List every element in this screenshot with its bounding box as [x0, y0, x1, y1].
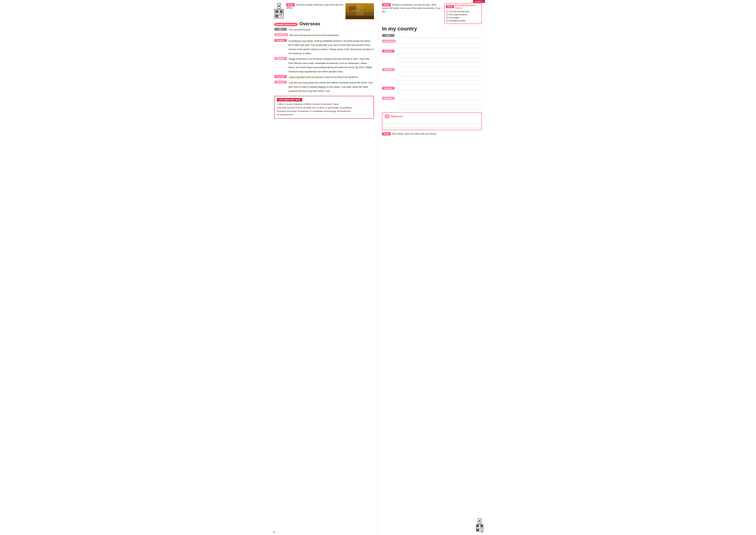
- intro-row: Introduction We must end poverty in all …: [274, 33, 374, 37]
- vocab-title: VOCABULARY BOX: [277, 98, 302, 101]
- solution-text-3: one million people's lives.: [317, 70, 343, 73]
- checkbox[interactable]: [446, 17, 448, 19]
- problem-underline-1: According to one expert: [289, 40, 313, 42]
- intro-line-1[interactable]: [397, 40, 482, 43]
- svg-rect-30: [480, 528, 480, 528]
- svg-rect-32: [481, 528, 482, 528]
- solution-line-4[interactable]: [396, 81, 482, 85]
- svg-rect-14: [345, 12, 374, 19]
- checkbox[interactable]: [446, 11, 448, 13]
- reaction-line-1[interactable]: [396, 87, 482, 91]
- ref-title: Reference: [391, 115, 403, 118]
- top-section: 📱: [274, 3, 374, 19]
- intro-label: Introduction: [274, 33, 288, 36]
- svg-point-17: [348, 6, 354, 11]
- right-intro-label: Introduction: [382, 40, 395, 42]
- right-page: POVERTY Step4 Research something to do w…: [378, 0, 485, 535]
- right-reaction-row: Reaction: [382, 87, 482, 95]
- vocab-items: 1 billion 2 causes 3 deserves 4 effects …: [277, 102, 372, 116]
- step3-area: Step3 Read the sample sentences to get s…: [286, 3, 344, 9]
- hints-item-label: Fair-trade products: [449, 14, 467, 16]
- reaction-row: Reaction I was surprised to find out tha…: [274, 75, 374, 79]
- right-top: Step4 Research something to do with the …: [382, 3, 482, 24]
- svg-rect-12: [282, 16, 282, 16]
- actions-content: I can find out more about the causes and…: [289, 81, 374, 93]
- right-title-label: Title: [382, 34, 394, 37]
- step5-badge: Step5: [382, 132, 391, 135]
- actions-underline: I can find out more about: [289, 81, 314, 84]
- svg-rect-9: [279, 15, 280, 15]
- checkbox[interactable]: [446, 14, 448, 16]
- title-content: The rich and the poor: [289, 28, 374, 32]
- hero-image: [345, 3, 374, 19]
- reaction-underline: I was surprised to find out that: [289, 76, 319, 78]
- sample-heading: Sample Sentences Overseas: [274, 21, 374, 27]
- right-title-lines: [396, 34, 482, 38]
- right-title-row: Title: [382, 34, 482, 38]
- problem-line-2[interactable]: [396, 54, 482, 58]
- actions-line-2[interactable]: [396, 101, 482, 105]
- step4-block: Step4 Research something to do with the …: [382, 3, 441, 14]
- actions-line-3[interactable]: [396, 105, 482, 109]
- step4-badge: Step4: [382, 3, 391, 6]
- actions-row: Actions I can find out more about the ca…: [274, 81, 374, 93]
- reaction-label: Reaction: [274, 75, 287, 78]
- right-intro-lines: [397, 40, 482, 48]
- svg-rect-13: [345, 3, 374, 19]
- reaction-text-2: we could end poverty if we wanted to.: [319, 76, 359, 78]
- right-qr-area: 📱: [476, 519, 483, 531]
- page-number-left: 10: [273, 531, 275, 534]
- checkbox[interactable]: [446, 20, 448, 22]
- phone-icon: 📱: [277, 3, 281, 9]
- svg-rect-6: [279, 14, 280, 14]
- problem-line-1[interactable]: [396, 49, 482, 53]
- qr-area: 📱: [274, 3, 284, 18]
- problem-line-4[interactable]: [396, 62, 482, 66]
- vocab-line: 14 poverty 15 prosper 16 protection 17 s…: [277, 110, 372, 113]
- step3-badge: Step3: [286, 3, 295, 6]
- ref-line-2[interactable]: [385, 124, 479, 127]
- svg-rect-29: [477, 529, 478, 530]
- svg-rect-31: [480, 528, 481, 528]
- qr-code-right: [476, 524, 483, 531]
- solution-line-1[interactable]: [396, 68, 482, 72]
- solution-label: Solution: [274, 57, 287, 60]
- svg-rect-3: [280, 11, 282, 13]
- hints-item: Homeless people: [446, 19, 480, 22]
- intro-line-2[interactable]: [397, 44, 482, 48]
- svg-rect-36: [482, 530, 482, 530]
- svg-point-18: [352, 6, 357, 10]
- step5-row: Step5 After writing, share your ideas wi…: [382, 132, 482, 135]
- title-write-line[interactable]: [396, 34, 482, 38]
- right-actions-lines: [396, 97, 482, 109]
- solution-line-3[interactable]: [396, 77, 482, 81]
- hints-items: The rich and the poorFair-trade products…: [445, 10, 481, 23]
- svg-rect-16: [360, 4, 363, 16]
- phone-icon-right: 📱: [478, 519, 481, 524]
- solution-line-2[interactable]: [396, 72, 482, 76]
- svg-rect-25: [477, 525, 478, 527]
- reference-box: Reference: [382, 112, 482, 130]
- problem-line-3[interactable]: [396, 58, 482, 62]
- sample-title: Overseas: [299, 21, 320, 27]
- right-intro-row: Introduction: [382, 40, 482, 48]
- right-problem-row: Problem: [382, 49, 482, 67]
- right-problem-lines: [396, 49, 482, 67]
- hints-item-label: Homeless people: [449, 19, 466, 22]
- reaction-line-2[interactable]: [396, 91, 482, 95]
- vocab-line: 1 billion 2 causes 3 deserves 4 effects …: [277, 102, 372, 106]
- hints-item: Fair-trade products: [446, 14, 480, 16]
- svg-rect-7: [281, 14, 281, 14]
- ref-label: Reference: [385, 114, 479, 118]
- solution-content: Village Enterprise is an American compan…: [289, 57, 374, 73]
- hints-badge: Hints: [446, 5, 454, 8]
- vocab-line: 8 fair-trade products 9 forms 10 health …: [277, 106, 372, 110]
- svg-rect-35: [480, 530, 481, 530]
- right-solution-row: Solution: [382, 68, 482, 85]
- svg-rect-15: [356, 5, 363, 16]
- vocabulary-box: VOCABULARY BOX 1 billion 2 causes 3 dese…: [274, 96, 374, 119]
- actions-line-1[interactable]: [396, 97, 482, 100]
- ref-line-1[interactable]: [385, 119, 479, 123]
- step5-text: After writing, share your ideas with you…: [392, 132, 437, 135]
- svg-rect-10: [281, 15, 282, 15]
